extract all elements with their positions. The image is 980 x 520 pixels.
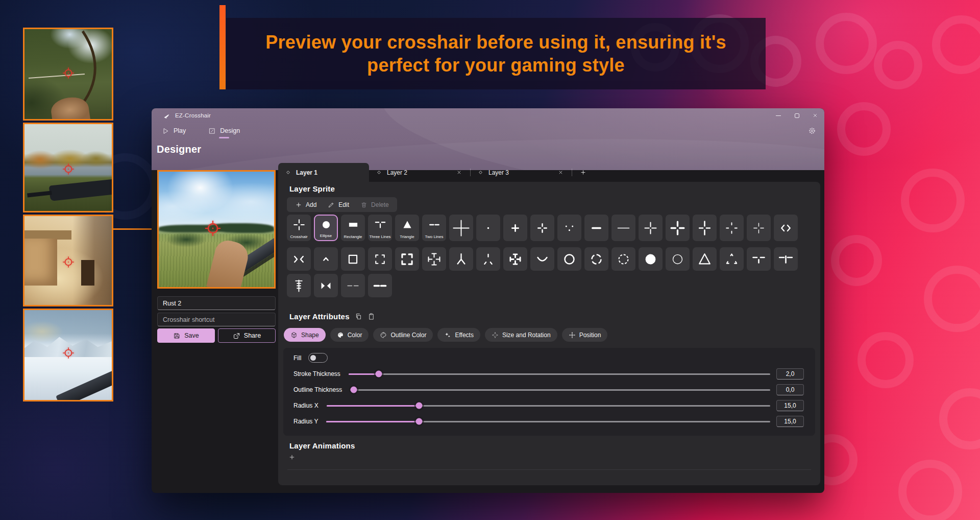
sprite-triangle-dashed[interactable] (720, 247, 744, 271)
share-button[interactable]: Share (218, 328, 276, 343)
tab-layer-3[interactable]: Layer 3 (471, 163, 572, 182)
pill-color[interactable]: Color (330, 328, 369, 342)
sprite-corners-large[interactable] (395, 247, 419, 271)
sprite-corners-small[interactable] (368, 247, 392, 271)
slider-value[interactable]: 15,0 (776, 416, 804, 427)
menu-design[interactable]: Design (206, 126, 242, 136)
sprite-rectangle[interactable]: Rectangle (341, 215, 365, 241)
sprite-ellipse[interactable]: Ellipse (314, 215, 338, 241)
window-chrome: EZ-Crosshair Play Design (152, 108, 824, 170)
pill-label: Position (579, 332, 601, 339)
sprite-angle-brackets[interactable] (774, 215, 798, 241)
close-tab-button[interactable] (556, 168, 565, 177)
sprite-t-lines-small[interactable] (747, 247, 771, 271)
slider-value[interactable]: 2,0 (776, 368, 804, 380)
sprite-cross-dotted[interactable] (720, 215, 744, 241)
slider-thumb[interactable] (416, 403, 423, 409)
sprite-ruler-vertical[interactable] (287, 274, 311, 297)
sprite-triangle-outline[interactable] (693, 247, 717, 271)
add-animation-button[interactable] (288, 454, 296, 461)
circle-dashed-4-icon (588, 251, 605, 268)
sprite-t-lines-large[interactable] (774, 247, 798, 271)
sprite-y-dashed[interactable] (476, 247, 500, 271)
delete-sprite-button[interactable]: Delete (355, 199, 394, 210)
sprite-triangle[interactable]: Triangle (395, 215, 419, 241)
layer-animations-title: Layer Animations (289, 441, 355, 450)
decor-ring (837, 102, 891, 156)
sprite-plus-small[interactable] (503, 215, 527, 241)
sprite-dash-thin[interactable] (611, 215, 635, 241)
sprite-dashes-thin[interactable] (341, 274, 365, 297)
shortcut-input[interactable] (157, 313, 276, 326)
pill-position[interactable]: Position (562, 328, 608, 342)
crosshair-name-input[interactable] (157, 296, 276, 310)
sprite-caret[interactable] (314, 247, 338, 271)
sprite-circle-dashed-8[interactable] (611, 247, 635, 271)
sprite-t-cross-bold[interactable] (503, 247, 527, 271)
sprite-cross-thin[interactable] (747, 215, 771, 241)
slider-value[interactable]: 0,0 (776, 384, 804, 395)
game-scene-forest-bow (24, 29, 112, 119)
sprite-cross-gap-1[interactable] (639, 215, 663, 241)
close-tab-button[interactable] (455, 168, 463, 177)
sprite-t-cross-in[interactable] (422, 247, 446, 271)
decor-ring (874, 41, 922, 89)
fill-row: Fill (293, 353, 328, 363)
slider-fill (327, 405, 420, 407)
slider-track[interactable] (326, 421, 770, 422)
settings-button[interactable] (808, 127, 816, 135)
add-layer-button[interactable] (575, 163, 591, 182)
slider-value[interactable]: 15,0 (776, 400, 804, 411)
sprite-three-lines[interactable]: Three Lines (368, 215, 392, 241)
cross-gap-3-icon (696, 220, 713, 237)
add-sprite-button[interactable]: Add (290, 199, 322, 210)
copy-attributes-button[interactable] (355, 313, 362, 320)
close-window-button[interactable] (806, 108, 824, 123)
sprite-arrows-in[interactable] (287, 247, 311, 271)
sprite-circle-filled[interactable] (639, 247, 663, 271)
sprite-circle-thin[interactable] (666, 247, 690, 271)
slider-thumb[interactable] (350, 387, 357, 393)
pill-effects[interactable]: Effects (437, 328, 480, 342)
slider-thumb[interactable] (376, 371, 382, 377)
tab-layer-2[interactable]: Layer 2 (369, 163, 470, 182)
minimize-button[interactable] (769, 108, 788, 123)
minimize-icon (776, 115, 781, 116)
tab-layer-1[interactable]: Layer 1 (278, 163, 369, 182)
slider-track[interactable] (349, 373, 770, 375)
sprite-cross-tiny[interactable] (530, 215, 554, 241)
sprite-square[interactable] (341, 247, 365, 271)
paste-attributes-button[interactable] (368, 313, 375, 320)
sprite-two-lines[interactable]: Two Lines (422, 215, 446, 241)
slider-track[interactable] (327, 405, 770, 407)
maximize-button[interactable] (788, 108, 806, 123)
menu-play[interactable]: Play (160, 126, 188, 136)
sprite-circle-dashed-4[interactable] (584, 247, 608, 271)
sprite-triangles-in[interactable] (314, 274, 338, 297)
pill-label: Shape (301, 332, 319, 339)
sprite-dashes-thick[interactable] (368, 274, 392, 297)
fill-toggle[interactable] (308, 353, 328, 363)
sprite-cross-large[interactable] (449, 215, 473, 241)
slider-thumb[interactable] (416, 418, 423, 425)
sprite-dot[interactable] (476, 215, 500, 241)
pill-size-and-rotation[interactable]: Size and Rotation (485, 328, 557, 342)
sprite-y-shape[interactable] (449, 247, 473, 271)
sprite-arc-bottom[interactable] (530, 247, 554, 271)
bush (166, 232, 207, 247)
pill-shape[interactable]: Shape (284, 328, 326, 342)
sprite-circle-outline[interactable] (557, 247, 581, 271)
share-label: Share (244, 332, 261, 339)
sprite-crosshair[interactable]: Crosshair (287, 215, 311, 241)
sprite-cross-gap-2[interactable] (666, 215, 690, 241)
sprite-dash-thick[interactable] (584, 215, 608, 241)
sprite-dots-three[interactable] (557, 215, 581, 241)
slider-track[interactable] (350, 389, 770, 391)
rectangle-icon (347, 215, 360, 234)
pill-outline-color[interactable]: Outline Color (373, 328, 433, 342)
slider-fill (326, 421, 419, 422)
sprite-cross-gap-3[interactable] (693, 215, 717, 241)
save-button[interactable]: Save (157, 328, 215, 343)
edit-sprite-button[interactable]: Edit (323, 199, 354, 210)
dash-thick-icon (588, 220, 605, 237)
